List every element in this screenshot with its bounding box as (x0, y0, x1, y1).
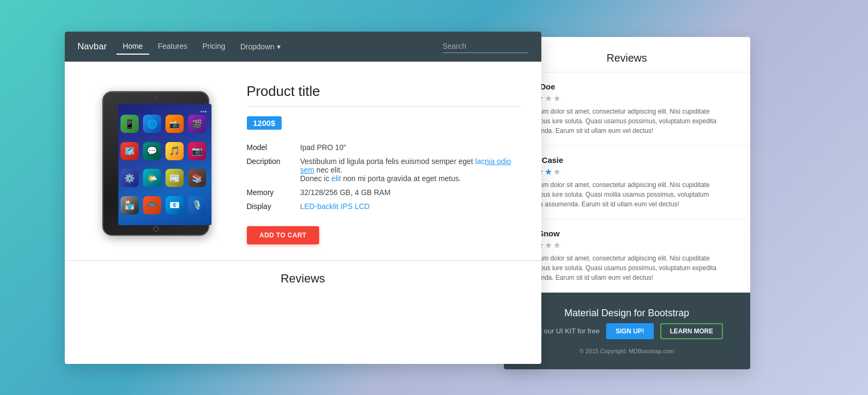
nav-link-home[interactable]: Home (116, 39, 149, 55)
reviewer-name-2: Maria Casie (519, 155, 735, 165)
learn-more-button[interactable]: LEARN MORE (660, 323, 723, 339)
chevron-down-icon: ▾ (277, 42, 281, 51)
ipad-camera (154, 96, 157, 99)
spec-value-model: Ipad PRO 10" (300, 140, 520, 154)
star-1-5: ★ (553, 93, 561, 103)
product-specs: Model Ipad PRO 10" Decription Vestibulum… (247, 140, 520, 213)
stars-2: ★ ★ ★ ★ ★ (519, 167, 735, 177)
app-icon-7: 🎵 (165, 142, 184, 160)
app-icon-6: 💬 (143, 142, 161, 160)
star-3-5: ★ (553, 240, 561, 250)
navbar: Navbar Home Features Pricing Dropdown ▾ (65, 32, 541, 62)
reviewer-name-3: Kate Snow (519, 229, 735, 238)
price-badge: 1200$ (247, 116, 282, 130)
star-1-4: ★ (545, 93, 552, 103)
product-section: ●●● 📱 🌐 📸 🎬 🗺️ 💬 🎵 📷 ⚙️ (65, 62, 541, 260)
app-icon-11: 📰 (165, 169, 184, 187)
spec-value-display: LED-backlit IPS LCD (300, 199, 520, 213)
nav-link-features[interactable]: Features (152, 39, 194, 55)
spec-value-memory: 32/128/256 GB, 4 GB RAM (300, 185, 520, 199)
search-input[interactable] (443, 40, 529, 53)
app-icon-2: 🌐 (143, 115, 161, 133)
reviewer-name-1: John Doe (519, 82, 735, 91)
app-icon-14: 🎮 (143, 196, 161, 214)
reviews-title: Reviews (86, 272, 520, 286)
app-icon-8: 📷 (188, 142, 206, 160)
bg-footer-copyright: © 2015 Copyright: MDBoostrap.com (519, 348, 735, 354)
app-icon-3: 📸 (165, 115, 184, 133)
app-icon-13: 🏪 (120, 196, 139, 214)
ipad-screen: ●●● 📱 🌐 📸 🎬 🗺️ 💬 🎵 📷 ⚙️ (118, 104, 212, 225)
bg-footer-title: Material Design for Bootstrap (519, 308, 735, 319)
app-icon-12: 📚 (188, 169, 206, 187)
stars-3: ★ ★ ★ ★ ★ (519, 240, 735, 250)
ipad-home-button (153, 226, 158, 232)
app-icon-4: 🎬 (188, 115, 206, 133)
app-icon-10: 🌤️ (143, 169, 161, 187)
product-divider (247, 106, 520, 107)
app-icon-16: 🎙️ (188, 196, 206, 214)
nav-dropdown[interactable]: Dropdown ▾ (234, 39, 287, 55)
page-wrapper: Navbar Home Features Pricing Dropdown ▾ (65, 32, 804, 375)
add-to-cart-button[interactable]: ADD TO CART (247, 226, 320, 244)
spec-value-description: Vestibulum id ligula porta felis euismod… (300, 154, 520, 185)
spec-row-memory: Memory 32/128/256 GB, 4 GB RAM (247, 185, 520, 199)
review-text-2: rem ipsum dolor sit amet, consectetur ad… (519, 180, 735, 209)
ipad-body: ●●● 📱 🌐 📸 🎬 🗺️ 💬 🎵 📷 ⚙️ (102, 91, 209, 236)
nav-search-wrapper (443, 40, 529, 53)
nav-link-pricing[interactable]: Pricing (196, 39, 232, 55)
product-title: Product title (247, 83, 520, 100)
reviews-section: Reviews (65, 260, 541, 291)
signup-button[interactable]: SIGN UP! (606, 323, 654, 339)
bg-footer-actions: Get our UI KIT for free SIGN UP! LEARN M… (519, 323, 735, 339)
nav-links: Home Features Pricing Dropdown ▾ (116, 39, 442, 55)
review-text-3: rem ipsum dolor sit amet, consectetur ad… (519, 254, 735, 282)
app-icon-15: 📧 (165, 196, 184, 214)
display-link[interactable]: LED-backlit IPS LCD (300, 202, 370, 211)
bg-footer-cta-text: Get our UI KIT for free (531, 327, 599, 335)
star-3-4: ★ (545, 240, 552, 250)
review-text-1: rem ipsum dolor sit amet, consectetur ad… (519, 107, 735, 136)
spec-label-display: Display (247, 199, 300, 213)
main-card: Navbar Home Features Pricing Dropdown ▾ (65, 32, 541, 364)
spec-row-display: Display LED-backlit IPS LCD (247, 199, 520, 213)
spec-label-memory: Memory (247, 185, 300, 199)
spec-row-description: Decription Vestibulum id ligula porta fe… (247, 154, 520, 185)
app-icon-9: ⚙️ (120, 169, 139, 187)
spec-label-model: Model (247, 140, 300, 154)
star-2-4: ★ (545, 167, 552, 177)
app-icon-1: 📱 (120, 115, 139, 133)
ipad-screen-inner: ●●● 📱 🌐 📸 🎬 🗺️ 💬 🎵 📷 ⚙️ (118, 104, 212, 225)
spec-label-description: Decription (247, 154, 300, 185)
star-2-5: ★ (553, 167, 561, 177)
product-info-col: Product title 1200$ Model Ipad PRO 10" D… (247, 83, 520, 244)
product-image: ●●● 📱 🌐 📸 🎬 🗺️ 💬 🎵 📷 ⚙️ (94, 86, 217, 241)
product-image-col: ●●● 📱 🌐 📸 🎬 🗺️ 💬 🎵 📷 ⚙️ (86, 83, 225, 244)
spec-row-model: Model Ipad PRO 10" (247, 140, 520, 154)
ipad-status-bar: ●●● (120, 108, 209, 114)
stars-1: ★ ★ ★ ★ ★ (519, 93, 735, 103)
description-link-elit[interactable]: elit (331, 174, 341, 183)
app-icon-5: 🗺️ (120, 142, 139, 160)
navbar-brand: Navbar (78, 41, 107, 52)
